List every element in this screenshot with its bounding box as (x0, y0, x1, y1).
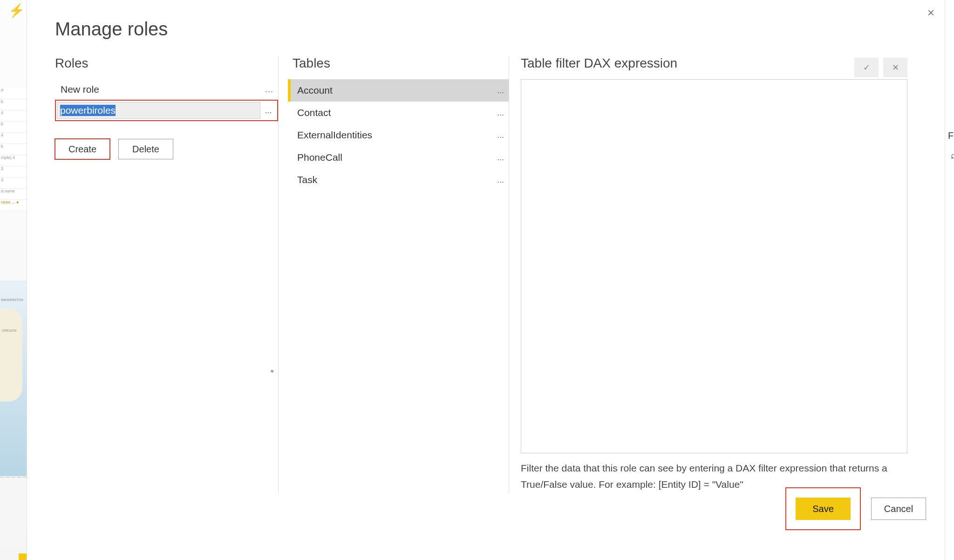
tables-column: Tables Account ... Contact ... ExternalI… (288, 56, 509, 493)
table-item-label: ExternalIdentities (297, 130, 372, 141)
ellipsis-icon[interactable]: ... (497, 175, 504, 185)
ellipsis-icon[interactable]: ... (497, 86, 504, 96)
table-item-label: Contact (297, 107, 331, 118)
dialog-footer: Save Cancel (785, 487, 926, 530)
ellipsis-icon[interactable]: ... (260, 106, 276, 116)
table-item-label: Task (297, 174, 317, 185)
background-map: WASHINGTON OREGON (0, 280, 27, 476)
table-item-task[interactable]: Task ... (288, 169, 509, 191)
table-item-label: Account (297, 85, 333, 96)
table-item-phonecall[interactable]: PhoneCall ... (288, 146, 509, 169)
dax-header: Table filter DAX expression (521, 56, 850, 71)
save-button[interactable]: Save (796, 498, 851, 520)
table-item-label: PhoneCall (297, 152, 342, 163)
accept-check-icon[interactable]: ✓ (854, 58, 879, 77)
save-highlight-frame: Save (785, 487, 861, 530)
tables-header: Tables (288, 56, 509, 71)
table-item-account[interactable]: Account ... (288, 79, 509, 102)
dax-expression-input[interactable] (521, 79, 907, 453)
add-tab-icon: + (19, 553, 27, 560)
role-item-label: New role (61, 84, 99, 95)
manage-roles-dialog: × Manage roles Roles New role ... ... Cr… (27, 0, 945, 553)
background-left-strip: ⚡ Pb4 b4b mple) 433 d name nture ... ● W… (0, 0, 27, 560)
role-item-new-role[interactable]: New role ... (55, 79, 278, 100)
table-item-contact[interactable]: Contact ... (288, 102, 509, 124)
table-item-externalidentities[interactable]: ExternalIdentities ... (288, 124, 509, 146)
cursor-icon: ⌖ (270, 367, 274, 376)
roles-column: Roles New role ... ... Create Delete ⌖ (55, 56, 279, 493)
create-button[interactable]: Create (55, 139, 110, 159)
close-icon[interactable]: × (927, 7, 934, 19)
role-item-editing: ... (55, 100, 278, 121)
delete-button[interactable]: Delete (118, 139, 173, 159)
ellipsis-icon[interactable]: ... (497, 108, 504, 118)
ellipsis-icon[interactable]: ... (497, 153, 504, 163)
dialog-title: Manage roles (55, 19, 168, 40)
role-name-input[interactable] (57, 102, 260, 119)
ellipsis-icon[interactable]: ... (497, 130, 504, 140)
dax-column: Table filter DAX expression ✓ ✕ Filter t… (521, 56, 907, 493)
lightning-icon: ⚡ (0, 0, 27, 18)
cancel-button[interactable]: Cancel (871, 498, 926, 520)
roles-header: Roles (55, 56, 278, 71)
background-right-edge: Fi ⌕ (945, 0, 954, 560)
ellipsis-icon[interactable]: ... (265, 85, 273, 95)
reject-x-icon[interactable]: ✕ (883, 58, 907, 77)
